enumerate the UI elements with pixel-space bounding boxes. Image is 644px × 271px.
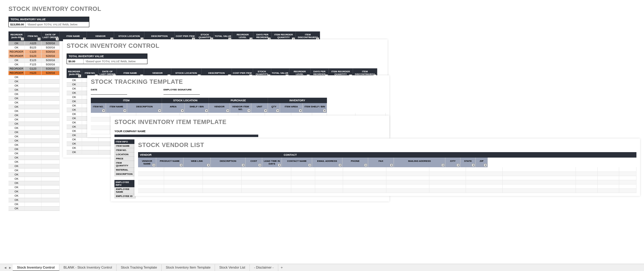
sheet-tab[interactable]: - Disclaimer - — [250, 264, 278, 271]
sheet-tab[interactable]: BLANK - Stock Inventory Control — [59, 264, 117, 271]
sub-column-header[interactable]: PRODUCT NAME▾ — [156, 158, 183, 167]
sub-column-header[interactable]: WEB LINK▾ — [183, 158, 211, 167]
sub-column-header[interactable]: ITEM SHELF / BIN▾ — [303, 103, 327, 113]
sub-column-header[interactable]: VENDOR ITEM NO.▾ — [230, 103, 251, 113]
filter-dropdown-icon[interactable]: ▾ — [308, 164, 311, 167]
sub-column-header[interactable]: CITY▾ — [445, 158, 461, 167]
filter-dropdown-icon[interactable]: ▾ — [181, 109, 184, 112]
filter-dropdown-icon[interactable]: ▾ — [226, 109, 229, 112]
sub-column-header[interactable]: SHELF / BIN▾ — [185, 103, 209, 113]
sub-column-header[interactable]: FAX▾ — [368, 158, 394, 167]
tab-nav-prev-icon[interactable]: ◀ — [3, 266, 7, 270]
filter-dropdown-icon[interactable]: ▾ — [247, 109, 250, 112]
table-row[interactable]: OK — [8, 202, 320, 206]
filter-dropdown-icon[interactable]: ▾ — [339, 164, 342, 167]
filter-dropdown-icon[interactable]: ▾ — [205, 109, 208, 112]
sub-column-header[interactable]: VENDOR▾ — [209, 103, 230, 113]
add-sheet-button[interactable]: + — [278, 265, 286, 270]
column-header[interactable]: ITEM NO.▾ — [25, 31, 41, 41]
filter-dropdown-icon[interactable]: ▾ — [364, 164, 367, 167]
filter-dropdown-icon[interactable]: ▾ — [441, 164, 444, 167]
sub-column-header[interactable]: STATE▾ — [461, 158, 476, 167]
table-row[interactable] — [138, 188, 636, 193]
column-header[interactable]: REORDER (auto-fill)▾ — [8, 31, 25, 41]
filter-dropdown-icon[interactable]: ▾ — [180, 164, 183, 167]
sub-column-header[interactable]: AREA▾ — [162, 103, 185, 113]
sheet-tab[interactable]: Stock Vendor List — [215, 264, 250, 271]
filter-dropdown-icon[interactable]: ▾ — [299, 109, 302, 112]
sheet-tab[interactable]: Stock Inventory Item Template — [162, 264, 215, 271]
filter-dropdown-icon[interactable]: ▾ — [484, 164, 487, 167]
filter-dropdown-icon[interactable]: ▾ — [152, 164, 155, 167]
filter-dropdown-icon[interactable]: ▾ — [56, 38, 59, 41]
item-no: B123 — [25, 45, 41, 50]
reorder-status: OK — [8, 130, 25, 134]
tab-nav-next-icon[interactable]: ▶ — [8, 266, 12, 270]
filter-dropdown-icon[interactable]: ▾ — [276, 109, 279, 112]
filter-dropdown-icon[interactable]: ▾ — [472, 164, 475, 167]
filter-dropdown-icon[interactable]: ▾ — [242, 164, 245, 167]
sheet-tab[interactable]: Stock Tracking Template — [117, 264, 162, 271]
reorder-status: REORDER — [8, 71, 25, 75]
sub-column-header[interactable]: DESCRIPTION▾ — [127, 103, 162, 113]
table-row[interactable]: OK — [8, 206, 320, 211]
reorder-status: OK — [67, 82, 82, 87]
reorder-status: OK — [8, 83, 25, 88]
sheet-tab[interactable]: Stock Inventory Control — [13, 264, 59, 271]
table-row[interactable] — [138, 184, 636, 188]
table-row[interactable] — [138, 171, 636, 176]
item-info-row: ITEM QUANTITY — [114, 161, 136, 168]
filter-dropdown-icon[interactable]: ▾ — [278, 164, 281, 167]
filter-dropdown-icon[interactable]: ▾ — [158, 109, 161, 112]
filter-dropdown-icon[interactable]: ▾ — [78, 74, 81, 77]
sub-column-header[interactable]: PHONE▾ — [342, 158, 368, 167]
sub-column-header[interactable]: DESCRIPTION▾ — [211, 158, 246, 167]
reorder-status: OK — [8, 113, 25, 117]
sub-column-header[interactable]: ITEM AREA▾ — [280, 103, 303, 113]
date-label: DATE — [91, 88, 127, 91]
sub-column-header[interactable]: EMAIL ADDRESS▾ — [312, 158, 342, 167]
item-no: E123 — [25, 58, 41, 62]
reorder-status: OK — [67, 137, 82, 142]
sub-column-header[interactable]: VENDOR NAME▾ — [138, 158, 156, 167]
filter-dropdown-icon[interactable]: ▾ — [38, 38, 41, 41]
item-info-row: PRICE — [114, 157, 136, 161]
sub-column-header[interactable]: UNIT▾ — [251, 103, 268, 113]
table-row[interactable] — [138, 176, 636, 180]
employee-info-row: EMPLOYEE ID — [114, 194, 136, 198]
filter-dropdown-icon[interactable]: ▾ — [123, 109, 126, 112]
sub-column-header[interactable]: QTY▾ — [268, 103, 280, 113]
last-order-date: 5/20/16 — [41, 45, 60, 50]
filter-dropdown-icon[interactable]: ▾ — [258, 164, 261, 167]
filter-dropdown-icon[interactable]: ▾ — [390, 164, 393, 167]
vendor-band-vendor: VENDOR — [138, 152, 282, 158]
sub-column-header[interactable]: LEAD TIME IN DAYS▾ — [262, 158, 282, 167]
sub-column-header[interactable]: CONTACT NAME▾ — [282, 158, 312, 167]
reorder-status: OK — [8, 109, 25, 113]
sub-column-header[interactable]: MAILING ADDRESS▾ — [394, 158, 445, 167]
sub-column-header[interactable]: ITEM NO.▾ — [91, 103, 106, 113]
table-row[interactable] — [138, 180, 636, 184]
employee-signature-line[interactable] — [163, 91, 200, 95]
vendor-subheaders: VENDOR NAME▾PRODUCT NAME▾WEB LINK▾DESCRI… — [138, 158, 636, 167]
filter-dropdown-icon[interactable]: ▾ — [21, 38, 24, 41]
date-input-line[interactable] — [91, 91, 127, 95]
reorder-status: OK — [8, 105, 25, 109]
sub-column-header[interactable]: ITEM NAME▾ — [106, 103, 127, 113]
filter-dropdown-icon[interactable]: ▾ — [323, 109, 326, 112]
column-header[interactable]: DATE OF LAST ORDER▾ — [41, 31, 60, 41]
sub-column-header[interactable]: COST▾ — [246, 158, 262, 167]
item-info-row: ITEM NAME — [114, 144, 136, 148]
filter-dropdown-icon[interactable]: ▾ — [102, 109, 105, 112]
reorder-status: OK — [8, 122, 25, 126]
reorder-status: OK — [8, 202, 25, 206]
filter-dropdown-icon[interactable]: ▾ — [207, 164, 210, 167]
item-info-row: MATERIAL — [114, 168, 136, 172]
filter-dropdown-icon[interactable]: ▾ — [457, 164, 460, 167]
table-row[interactable] — [138, 167, 636, 171]
column-header[interactable]: REORDER (auto-fill)▾ — [67, 68, 82, 78]
category-band: STOCK LOCATION — [162, 98, 209, 103]
sub-column-header[interactable]: ZIP▾ — [476, 158, 488, 167]
filter-dropdown-icon[interactable]: ▾ — [264, 109, 267, 112]
vendor-band: VENDOR CONTACT — [138, 152, 636, 158]
